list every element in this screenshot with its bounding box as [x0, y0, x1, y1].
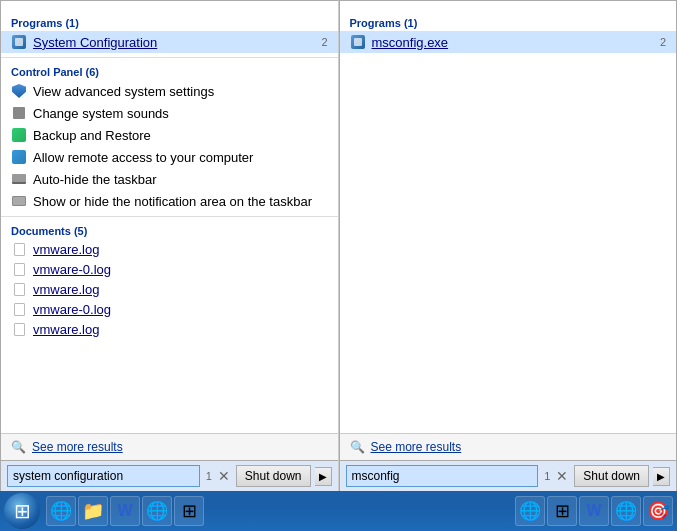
notification-area-icon [11, 193, 27, 209]
start-button[interactable]: ⊞ [4, 493, 40, 529]
taskbar-win2-icon[interactable]: ⊞ [547, 496, 577, 526]
right-see-more[interactable]: 🔍 See more results [340, 433, 677, 460]
doc-item-0[interactable]: vmware.log [1, 239, 338, 259]
backup-restore-item[interactable]: Backup and Restore [1, 124, 338, 146]
win2-icon: ⊞ [555, 500, 570, 522]
notification-area-label: Show or hide the notification area on th… [33, 194, 328, 209]
doc-item-3[interactable]: vmware-0.log [1, 299, 338, 319]
auto-hide-taskbar-label: Auto-hide the taskbar [33, 172, 328, 187]
right-see-more-text: See more results [371, 440, 462, 454]
change-sounds-label: Change system sounds [33, 106, 328, 121]
backup-restore-label: Backup and Restore [33, 128, 328, 143]
right-search-icon: 🔍 [350, 440, 365, 454]
right-start-panel: Programs (1) msconfig.exe 2 🔍 See more r… [339, 0, 678, 491]
right-search-bar: 1 ✕ Shut down ▶ [340, 460, 677, 491]
word-icon: W [117, 502, 132, 520]
doc-label-4: vmware.log [33, 322, 99, 337]
system-config-item[interactable]: System Configuration 2 [1, 31, 338, 53]
system-config-label: System Configuration [33, 35, 313, 50]
taskbar-chrome2-icon[interactable]: 🌐 [611, 496, 641, 526]
doc-icon-4 [11, 321, 27, 337]
word2-icon: W [586, 502, 601, 520]
doc-item-4[interactable]: vmware.log [1, 319, 338, 339]
system-config-icon [11, 34, 27, 50]
view-advanced-label: View advanced system settings [33, 84, 328, 99]
chrome-icon: 🌐 [146, 500, 168, 522]
msconfig-badge: 2 [660, 36, 666, 48]
backup-restore-icon [11, 127, 27, 143]
doc-icon-0 [11, 241, 27, 257]
divider-2 [1, 216, 338, 217]
left-programs-header: Programs (1) [1, 13, 338, 31]
target-icon: 🎯 [647, 500, 669, 522]
doc-item-2[interactable]: vmware.log [1, 279, 338, 299]
left-search-badge: 1 [206, 470, 212, 482]
taskbar-folder-icon[interactable]: 📁 [78, 496, 108, 526]
taskbar-windows-icon[interactable]: ⊞ [174, 496, 204, 526]
left-search-input[interactable] [7, 465, 200, 487]
folder-icon: 📁 [82, 500, 104, 522]
right-search-clear[interactable]: ✕ [554, 468, 570, 484]
start-orb-icon: ⊞ [14, 499, 31, 523]
left-control-panel-header: Control Panel (6) [1, 62, 338, 80]
left-search-clear[interactable]: ✕ [216, 468, 232, 484]
msconfig-icon [350, 34, 366, 50]
doc-icon-3 [11, 301, 27, 317]
left-shutdown-button[interactable]: Shut down [236, 465, 311, 487]
left-documents-header: Documents (5) [1, 221, 338, 239]
msconfig-item[interactable]: msconfig.exe 2 [340, 31, 677, 53]
change-sounds-icon [11, 105, 27, 121]
system-config-badge: 2 [321, 36, 327, 48]
right-programs-header: Programs (1) [340, 13, 677, 31]
auto-hide-taskbar-icon [11, 171, 27, 187]
doc-icon-1 [11, 261, 27, 277]
left-start-panel: Programs (1) System Configuration 2 Cont… [0, 0, 339, 491]
left-shutdown-arrow[interactable]: ▶ [315, 467, 332, 486]
left-see-more-text: See more results [32, 440, 123, 454]
right-panel-content: Programs (1) msconfig.exe 2 [340, 1, 677, 433]
taskbar: ⊞ 🌐 📁 W 🌐 ⊞ 🌐 ⊞ W 🌐 🎯 [0, 491, 677, 531]
win-center-icon: ⊞ [182, 500, 197, 522]
taskbar-word-icon[interactable]: W [110, 496, 140, 526]
taskbar-chrome-icon[interactable]: 🌐 [142, 496, 172, 526]
taskbar-ie-icon[interactable]: 🌐 [46, 496, 76, 526]
view-advanced-icon [11, 83, 27, 99]
auto-hide-taskbar-item[interactable]: Auto-hide the taskbar [1, 168, 338, 190]
notification-area-item[interactable]: Show or hide the notification area on th… [1, 190, 338, 212]
right-search-input[interactable] [346, 465, 539, 487]
change-sounds-item[interactable]: Change system sounds [1, 102, 338, 124]
taskbar-ie2-icon[interactable]: 🌐 [515, 496, 545, 526]
msconfig-label: msconfig.exe [372, 35, 652, 50]
doc-label-1: vmware-0.log [33, 262, 111, 277]
doc-label-3: vmware-0.log [33, 302, 111, 317]
ie-icon: 🌐 [50, 500, 72, 522]
left-see-more[interactable]: 🔍 See more results [1, 433, 338, 460]
ie2-icon: 🌐 [519, 500, 541, 522]
taskbar-target-icon[interactable]: 🎯 [643, 496, 673, 526]
right-shutdown-arrow[interactable]: ▶ [653, 467, 670, 486]
chrome2-icon: 🌐 [615, 500, 637, 522]
view-advanced-item[interactable]: View advanced system settings [1, 80, 338, 102]
doc-label-0: vmware.log [33, 242, 99, 257]
doc-icon-2 [11, 281, 27, 297]
divider-1 [1, 57, 338, 58]
remote-access-item[interactable]: Allow remote access to your computer [1, 146, 338, 168]
right-shutdown-button[interactable]: Shut down [574, 465, 649, 487]
remote-access-icon [11, 149, 27, 165]
taskbar-word2-icon[interactable]: W [579, 496, 609, 526]
remote-access-label: Allow remote access to your computer [33, 150, 328, 165]
left-panel-content: Programs (1) System Configuration 2 Cont… [1, 1, 338, 433]
doc-item-1[interactable]: vmware-0.log [1, 259, 338, 279]
doc-label-2: vmware.log [33, 282, 99, 297]
right-search-badge: 1 [544, 470, 550, 482]
left-search-icon: 🔍 [11, 440, 26, 454]
left-search-bar: 1 ✕ Shut down ▶ [1, 460, 338, 491]
